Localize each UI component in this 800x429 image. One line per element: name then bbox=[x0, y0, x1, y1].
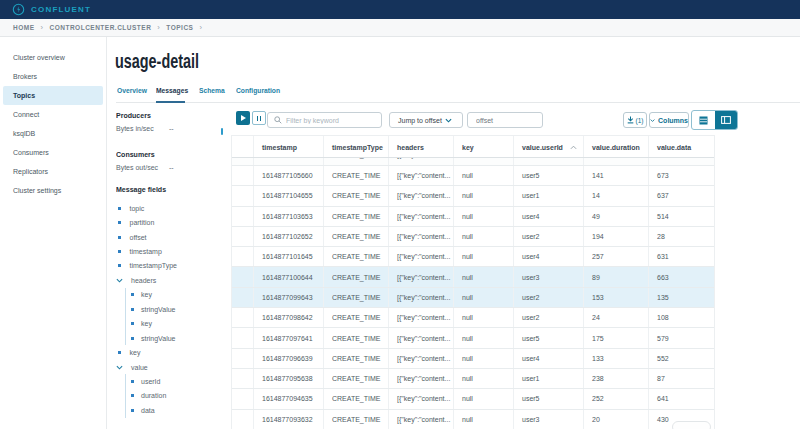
message-field-item-offset[interactable]: offset bbox=[115, 230, 223, 244]
message-field-label: stringValue bbox=[141, 335, 176, 342]
cell-timestamp: 1614877105660 bbox=[254, 166, 324, 185]
column-header-value-data[interactable]: value.data bbox=[649, 136, 715, 157]
sidebar-item-consumers[interactable]: Consumers bbox=[3, 143, 103, 162]
row-gutter-cell bbox=[232, 166, 254, 185]
message-field-label: offset bbox=[130, 234, 147, 241]
table-row[interactable]: 1614877096639CREATE_TIME[{"key":"content… bbox=[232, 349, 714, 369]
cell-duration: 133 bbox=[584, 349, 649, 368]
row-gutter-cell bbox=[232, 227, 254, 246]
sidebar-item-cluster-overview[interactable]: Cluster overview bbox=[3, 48, 103, 67]
confluent-logo-icon[interactable] bbox=[12, 3, 25, 16]
cell-duration: 24 bbox=[584, 308, 649, 327]
cell-timestamp: 1614877103653 bbox=[254, 207, 324, 226]
table-row[interactable]: 1614877093632CREATE_TIME[{"key":"content… bbox=[232, 410, 714, 429]
message-fields-heading: Message fields bbox=[116, 185, 166, 194]
pause-button[interactable] bbox=[252, 111, 266, 125]
sidebar-item-topics[interactable]: Topics bbox=[3, 86, 103, 105]
breadcrumb-item-controlcenter-cluster[interactable]: CONTROLCENTER.CLUSTER bbox=[50, 24, 152, 31]
message-field-item-timestamptype[interactable]: timestampType bbox=[115, 259, 223, 273]
message-field-item-key[interactable]: key bbox=[126, 288, 223, 302]
sidebar-item-connect[interactable]: Connect bbox=[3, 105, 103, 124]
table-row[interactable]: 1614877100644CREATE_TIME[{"key":"content… bbox=[232, 267, 714, 287]
message-field-item-topic[interactable]: topic bbox=[115, 201, 223, 215]
message-field-item-stringvalue[interactable]: stringValue bbox=[126, 302, 223, 316]
message-field-item-timestamp[interactable]: timestamp bbox=[115, 244, 223, 258]
cell-key: null bbox=[454, 349, 514, 368]
offset-field bbox=[467, 112, 543, 128]
breadcrumb-item-topics[interactable]: TOPICS bbox=[166, 24, 193, 31]
message-field-item-headers[interactable]: headers bbox=[115, 273, 223, 287]
column-header-headers[interactable]: headers bbox=[389, 136, 454, 157]
field-bullet-icon bbox=[131, 308, 134, 311]
cell-userid: user3 bbox=[514, 410, 584, 429]
message-field-label: key bbox=[141, 320, 152, 327]
tab-configuration[interactable]: Configuration bbox=[236, 86, 277, 103]
list-view-button[interactable] bbox=[692, 111, 715, 129]
table-header-row: timestamptimestampTypeheaderskeyvalue.us… bbox=[232, 136, 714, 158]
cell-timestamptype: CREATE_TIME bbox=[324, 247, 389, 266]
table-row[interactable]: 1614877105660CREATE_TIME[{"key":"content… bbox=[232, 166, 714, 186]
message-field-item-data[interactable]: data bbox=[126, 403, 223, 417]
table-row[interactable]: 1614877102652CREATE_TIME[{"key":"content… bbox=[232, 227, 714, 247]
sidebar-item-cluster-settings[interactable]: Cluster settings bbox=[3, 181, 103, 200]
table-row[interactable]: 1614877104655CREATE_TIME[{"key":"content… bbox=[232, 186, 714, 206]
column-header-timestamptype[interactable]: timestampType bbox=[324, 136, 389, 157]
sidebar-item-ksqldb[interactable]: ksqlDB bbox=[3, 124, 103, 143]
message-field-item-key[interactable]: key bbox=[126, 317, 223, 331]
column-header-timestamp[interactable]: timestamp bbox=[254, 136, 324, 157]
table-row[interactable]: 1614877094635CREATE_TIME[{"key":"content… bbox=[232, 389, 714, 409]
chevron-down-icon[interactable] bbox=[116, 365, 123, 370]
cell-data: 514 bbox=[649, 207, 715, 226]
field-bullet-icon bbox=[118, 221, 121, 224]
table-row[interactable]: 1614877095638CREATE_TIME[{"key":"content… bbox=[232, 369, 714, 389]
message-field-item-userid[interactable]: userId bbox=[126, 374, 223, 388]
table-row[interactable]: 1614877101645CREATE_TIME[{"key":"content… bbox=[232, 247, 714, 267]
cell-duration: 14 bbox=[584, 186, 649, 205]
sidebar-item-replicators[interactable]: Replicators bbox=[3, 162, 103, 181]
cell-duration bbox=[584, 158, 649, 165]
cell-duration: 257 bbox=[584, 247, 649, 266]
cell-key: null bbox=[454, 186, 514, 205]
table-row-clipped: 1614877106659CREATE_TIME[{"key":"content… bbox=[232, 158, 714, 167]
tab-overview[interactable]: Overview bbox=[117, 86, 146, 103]
column-header-label: value.data bbox=[657, 144, 691, 151]
column-header-value-userid[interactable]: value.userId bbox=[514, 136, 584, 157]
jump-to-select[interactable]: Jump to offset bbox=[389, 112, 463, 128]
download-button[interactable]: (1) bbox=[623, 112, 647, 128]
breadcrumb-item-home[interactable]: HOME bbox=[13, 24, 35, 31]
table-row[interactable]: 1614877099643CREATE_TIME[{"key":"content… bbox=[232, 288, 714, 308]
split-view-button[interactable] bbox=[715, 111, 738, 129]
cell-data: 552 bbox=[649, 349, 715, 368]
table-row[interactable]: 1614877103653CREATE_TIME[{"key":"content… bbox=[232, 207, 714, 227]
message-field-label: timestamp bbox=[130, 248, 162, 255]
keyword-filter-input[interactable] bbox=[286, 117, 376, 124]
tab-messages[interactable]: Messages bbox=[156, 86, 185, 103]
fields-panel-scrollbar[interactable] bbox=[221, 128, 223, 135]
sidebar: Cluster overviewBrokersTopicsConnectksql… bbox=[0, 37, 107, 429]
table-row[interactable]: 1614877098642CREATE_TIME[{"key":"content… bbox=[232, 308, 714, 328]
message-field-item-key[interactable]: key bbox=[115, 345, 223, 359]
cell-duration: 238 bbox=[584, 369, 649, 388]
message-field-item-duration[interactable]: duration bbox=[126, 389, 223, 403]
chevron-down-icon[interactable] bbox=[116, 278, 123, 283]
offset-input[interactable] bbox=[476, 117, 536, 124]
row-gutter-cell bbox=[232, 349, 254, 368]
message-field-item-partition[interactable]: partition bbox=[115, 215, 223, 229]
cell-headers: [{"key":"content... bbox=[389, 247, 454, 266]
cell-data: 631 bbox=[649, 247, 715, 266]
table-row[interactable]: 1614877097641CREATE_TIME[{"key":"content… bbox=[232, 328, 714, 348]
column-header-key[interactable]: key bbox=[454, 136, 514, 157]
column-header-value-duration[interactable]: value.duration bbox=[584, 136, 649, 157]
cell-data: 87 bbox=[649, 369, 715, 388]
cell-userid: user5 bbox=[514, 328, 584, 347]
columns-button[interactable]: Columns bbox=[649, 112, 689, 128]
message-field-item-stringvalue[interactable]: stringValue bbox=[126, 331, 223, 345]
cell-timestamptype: CREATE_TIME bbox=[324, 389, 389, 408]
play-button[interactable] bbox=[236, 111, 250, 125]
brand-name[interactable]: CONFLUENT bbox=[31, 5, 91, 14]
cell-timestamp: 1614877101645 bbox=[254, 247, 324, 266]
message-field-item-value[interactable]: value bbox=[115, 360, 223, 374]
sidebar-item-brokers[interactable]: Brokers bbox=[3, 67, 103, 86]
tab-schema[interactable]: Schema bbox=[199, 86, 221, 103]
table-row[interactable]: 1614877106659CREATE_TIME[{"key":"content… bbox=[232, 158, 714, 165]
